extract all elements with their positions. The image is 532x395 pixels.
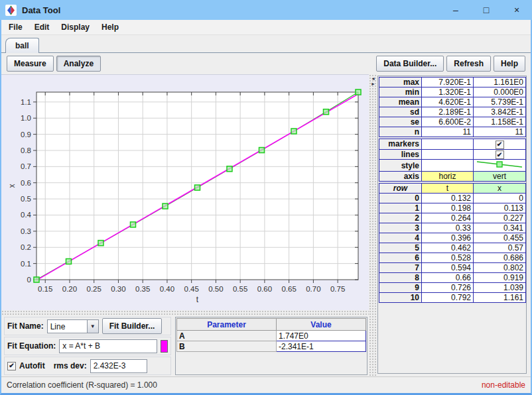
table-cell[interactable]: 0.919 xyxy=(474,273,526,283)
help-button[interactable]: Help xyxy=(494,56,525,72)
vertical-split-divider[interactable]: ◄ ► xyxy=(369,74,377,376)
table-cell[interactable]: 9 xyxy=(379,283,422,293)
table-cell[interactable]: 0.455 xyxy=(474,233,526,243)
markers-horiz-cell xyxy=(422,139,474,150)
table-cell[interactable]: 6 xyxy=(379,253,422,263)
table-row: 50.4620.57 xyxy=(379,243,526,253)
table-cell[interactable]: 1 xyxy=(379,203,422,213)
table-cell[interactable]: 3 xyxy=(379,223,422,233)
table-row: 20.2640.227 xyxy=(379,213,526,223)
markers-checkbox[interactable] xyxy=(496,141,504,149)
measure-button[interactable]: Measure xyxy=(7,56,54,72)
refresh-button[interactable]: Refresh xyxy=(446,56,491,72)
rms-dev-label: rms dev: xyxy=(54,361,87,370)
table-cell[interactable]: 0.66 xyxy=(422,273,474,283)
table-cell[interactable]: 7 xyxy=(379,263,422,273)
close-button[interactable]: × xyxy=(501,0,532,20)
table-cell[interactable]: 5 xyxy=(379,243,422,253)
table-cell[interactable]: 0 xyxy=(474,194,526,203)
axis-vert-cell[interactable]: vert xyxy=(474,172,526,182)
table-cell[interactable]: 0.33 xyxy=(422,223,474,233)
table-row: 00.1320 xyxy=(379,194,526,203)
table-cell[interactable]: 0.462 xyxy=(422,243,474,253)
table-cell[interactable]: A xyxy=(177,331,277,341)
tab-strip: ball xyxy=(1,35,531,53)
table-cell[interactable]: 0.113 xyxy=(474,203,526,213)
table-cell[interactable]: 1.747E0 xyxy=(277,331,366,341)
table-row: 60.5280.686 xyxy=(379,253,526,263)
table-cell[interactable]: 4 xyxy=(379,233,422,243)
table-cell[interactable]: 0.594 xyxy=(422,263,474,273)
svg-text:0.50: 0.50 xyxy=(208,285,223,293)
minimize-button[interactable]: – xyxy=(440,0,471,20)
table-cell: 2.189E-1 xyxy=(422,107,474,117)
table-row: sd2.189E-13.842E-1 xyxy=(379,107,526,117)
row-column-header[interactable]: row xyxy=(379,184,422,194)
table-cell[interactable]: 0.792 xyxy=(422,293,474,303)
autofit-row: Autofit rms dev: 2.432E-3 xyxy=(4,357,171,375)
table-cell[interactable]: 1.039 xyxy=(474,283,526,293)
data-scroll-pane: max7.920E-11.161E0min1.320E-10.000E0mean… xyxy=(377,76,527,374)
table-cell[interactable]: 10 xyxy=(379,293,422,303)
table-cell: min xyxy=(379,87,422,97)
tab-ball[interactable]: ball xyxy=(5,38,39,53)
table-cell[interactable]: 0.57 xyxy=(474,243,526,253)
menu-file[interactable]: File xyxy=(3,21,29,34)
data-builder-button[interactable]: Data Builder... xyxy=(376,56,444,72)
statistics-table: max7.920E-11.161E0min1.320E-10.000E0mean… xyxy=(379,77,526,137)
lines-checkbox[interactable] xyxy=(496,150,504,159)
table-cell: 4.620E-1 xyxy=(422,97,474,107)
table-cell[interactable]: -2.341E-1 xyxy=(277,341,366,352)
table-cell[interactable]: 0.726 xyxy=(422,283,474,293)
collapse-left-icon[interactable]: ◄ xyxy=(371,76,375,82)
plot-svg[interactable]: 0.150.200.250.300.350.400.450.500.550.60… xyxy=(1,75,369,313)
table-cell: 1.161E0 xyxy=(474,78,526,87)
table-cell[interactable]: 0.132 xyxy=(422,194,474,203)
fit-equation-input[interactable]: x = A*t + B xyxy=(59,339,157,353)
status-bar: Correlation coefficient (R-squared) = 1.… xyxy=(1,376,531,393)
fit-name-dropdown[interactable]: Line ▼ xyxy=(47,319,99,333)
parameter-column-header[interactable]: Parameter xyxy=(177,319,277,331)
menu-help[interactable]: Help xyxy=(96,21,125,34)
svg-text:0.3: 0.3 xyxy=(21,227,31,235)
svg-text:0.55: 0.55 xyxy=(233,285,247,293)
table-cell[interactable]: 0 xyxy=(379,194,422,203)
table-cell[interactable]: 0.528 xyxy=(422,253,474,263)
table-cell: 3.842E-1 xyxy=(474,107,526,117)
fit-color-swatch[interactable] xyxy=(161,340,168,353)
table-cell[interactable]: 0.198 xyxy=(422,203,474,213)
fit-equation-row: Fit Equation: x = A*t + B xyxy=(4,337,171,355)
table-cell[interactable]: 2 xyxy=(379,213,422,223)
table-cell[interactable]: 0.227 xyxy=(474,213,526,223)
style-vert-cell[interactable] xyxy=(474,160,526,172)
autofit-checkbox[interactable] xyxy=(7,362,16,370)
maximize-button[interactable]: □ xyxy=(471,0,501,20)
table-row: 90.7261.039 xyxy=(379,283,526,293)
menu-display[interactable]: Display xyxy=(55,21,96,34)
t-column-header[interactable]: t xyxy=(422,184,474,194)
chevron-down-icon[interactable]: ▼ xyxy=(87,320,98,333)
table-cell: 11 xyxy=(474,127,526,137)
menu-edit[interactable]: Edit xyxy=(29,21,56,34)
value-column-header[interactable]: Value xyxy=(277,319,366,331)
table-row: 40.3960.455 xyxy=(379,233,526,243)
table-cell[interactable]: 8 xyxy=(379,273,422,283)
analyze-button[interactable]: Analyze xyxy=(56,56,101,72)
markers-row: markers xyxy=(379,139,526,150)
svg-text:0.40: 0.40 xyxy=(160,285,174,293)
plot-column: 0.150.200.250.300.350.400.450.500.550.60… xyxy=(1,74,369,376)
x-column-header[interactable]: x xyxy=(474,184,526,194)
collapse-right-icon[interactable]: ► xyxy=(371,82,375,87)
table-cell[interactable]: 0.686 xyxy=(474,253,526,263)
table-cell[interactable]: 1.161 xyxy=(474,293,526,303)
fit-builder-button[interactable]: Fit Builder... xyxy=(102,318,163,334)
table-cell[interactable]: 0.341 xyxy=(474,223,526,233)
svg-text:0.2: 0.2 xyxy=(21,243,31,251)
table-cell[interactable]: 0.802 xyxy=(474,263,526,273)
table-cell[interactable]: 0.396 xyxy=(422,233,474,243)
lines-label: lines xyxy=(379,149,422,160)
table-cell[interactable]: 0.264 xyxy=(422,213,474,223)
table-cell[interactable]: B xyxy=(177,341,277,352)
axis-horiz-cell[interactable]: horiz xyxy=(422,172,474,182)
svg-text:0.20: 0.20 xyxy=(62,285,77,293)
